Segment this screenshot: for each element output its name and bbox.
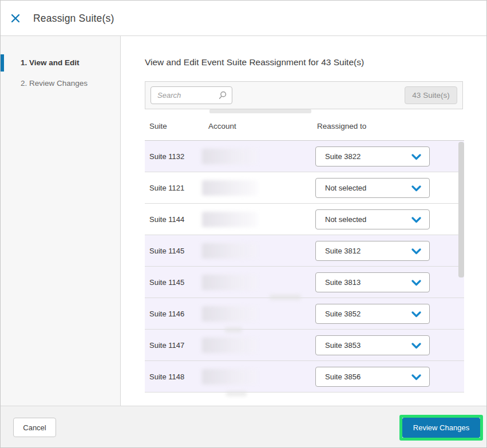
reassigned-to-value: Suite 3813: [325, 273, 361, 292]
vertical-scrollbar-thumb[interactable]: [458, 142, 464, 277]
step-review-changes[interactable]: 2. Review Changes: [1, 75, 120, 92]
search-box: [151, 86, 232, 104]
account-redacted-blur: [202, 212, 258, 227]
column-header-account: Account: [208, 122, 236, 130]
account-redacted-blur: [202, 275, 258, 290]
reassigned-to-select[interactable]: Not selected: [315, 209, 430, 229]
reassigned-to-value: Not selected: [325, 179, 366, 197]
step-view-and-edit[interactable]: 1. View and Edit: [1, 54, 120, 72]
account-redacted-blur: [202, 149, 258, 164]
account-redacted-blur: [202, 180, 258, 196]
table-toolbar: 43 Suite(s): [145, 81, 463, 109]
reassigned-to-select[interactable]: Suite 3852: [315, 304, 430, 324]
suite-count-button[interactable]: 43 Suite(s): [405, 86, 457, 104]
suite-cell: Suite 1132: [149, 141, 184, 172]
table-rows: Suite 1132 Suite 3822 Suite 1121 Not sel…: [145, 140, 464, 393]
blur-artifact: [270, 295, 301, 300]
account-redacted-blur: [202, 369, 258, 384]
chevron-down-icon: [411, 311, 421, 318]
modal-header: Reassign Suite(s): [1, 1, 486, 36]
table-row: Suite 1145 Suite 3812: [145, 235, 464, 267]
reassigned-to-select[interactable]: Not selected: [315, 178, 430, 198]
suite-cell: Suite 1146: [149, 298, 184, 330]
search-input[interactable]: [151, 86, 232, 104]
close-button[interactable]: [10, 11, 23, 25]
review-changes-highlight-frame: Review Changes: [399, 415, 483, 441]
chevron-down-icon: [411, 248, 421, 255]
step-label: 1. View and Edit: [21, 54, 80, 72]
table-row: Suite 1144 Not selected: [145, 204, 464, 235]
suite-cell: Suite 1148: [149, 361, 184, 393]
table-row: Suite 1148 Suite 3856: [145, 361, 464, 393]
reassigned-to-select[interactable]: Suite 3813: [315, 272, 430, 292]
reassigned-to-value: Suite 3852: [325, 304, 361, 323]
steps-sidebar: 1. View and Edit 2. Review Changes: [1, 36, 121, 406]
reassigned-to-value: Suite 3853: [325, 336, 361, 355]
step-label: 2. Review Changes: [21, 75, 88, 92]
reassigned-to-select[interactable]: Suite 3812: [315, 241, 430, 261]
blur-artifact: [226, 391, 247, 396]
reassigned-to-value: Suite 3856: [325, 367, 361, 386]
account-redacted-blur: [202, 338, 258, 353]
close-icon: [10, 13, 21, 24]
account-redacted-blur: [202, 306, 258, 322]
modal-footer: Cancel Review Changes: [1, 406, 486, 448]
table-row: Suite 1145 Suite 3813: [145, 267, 464, 298]
reassigned-to-value: Suite 3822: [325, 147, 361, 166]
table-header: Suite Account Reassigned to: [145, 118, 464, 140]
column-header-suite: Suite: [149, 122, 167, 130]
cancel-button[interactable]: Cancel: [13, 418, 56, 437]
table-row: Suite 1146 Suite 3852: [145, 298, 464, 330]
suite-cell: Suite 1145: [149, 235, 184, 267]
reassign-suites-modal: Reassign Suite(s) 1. View and Edit 2. Re…: [0, 0, 487, 448]
reassigned-to-value: Suite 3812: [325, 241, 361, 260]
reassigned-to-value: Not selected: [325, 210, 366, 229]
suite-cell: Suite 1147: [149, 330, 184, 361]
suite-cell: Suite 1145: [149, 267, 184, 298]
suite-cell: Suite 1121: [149, 172, 184, 204]
blur-artifact: [225, 327, 242, 332]
review-changes-button[interactable]: Review Changes: [402, 418, 480, 438]
reassigned-to-select[interactable]: Suite 3853: [315, 335, 430, 355]
reassigned-to-select[interactable]: Suite 3856: [315, 367, 430, 387]
chevron-down-icon: [411, 185, 421, 192]
chevron-down-icon: [411, 154, 421, 160]
chevron-down-icon: [411, 343, 421, 349]
reassigned-to-select[interactable]: Suite 3822: [315, 146, 430, 166]
chevron-down-icon: [411, 217, 421, 223]
section-title: View and Edit Event Suite Reassignment f…: [145, 57, 364, 68]
column-header-reassigned-to: Reassigned to: [317, 122, 366, 130]
active-step-indicator: [1, 54, 4, 72]
chevron-down-icon: [411, 374, 421, 380]
account-redacted-blur: [202, 243, 258, 259]
suite-cell: Suite 1144: [149, 204, 184, 235]
table-row: Suite 1132 Suite 3822: [145, 141, 464, 172]
table-row: Suite 1121 Not selected: [145, 172, 464, 204]
horizontal-scrollbar-thumb[interactable]: [209, 109, 311, 113]
chevron-down-icon: [411, 280, 421, 286]
table-row: Suite 1147 Suite 3853: [145, 330, 464, 361]
modal-title: Reassign Suite(s): [33, 1, 114, 36]
